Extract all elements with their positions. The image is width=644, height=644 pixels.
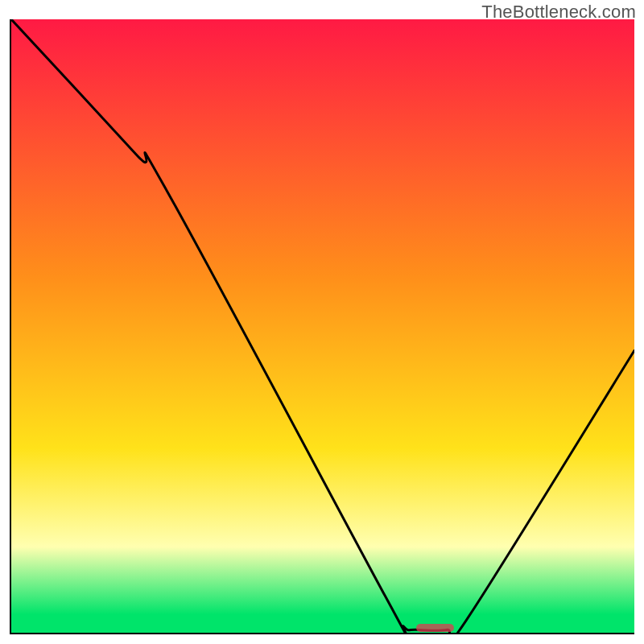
chart-stage: TheBottleneck.com <box>0 0 644 644</box>
bottleneck-curve <box>11 19 634 633</box>
watermark-text: TheBottleneck.com <box>481 2 636 23</box>
plot-axes <box>10 19 634 634</box>
plot-area <box>11 19 634 633</box>
optimal-range-marker <box>416 624 453 632</box>
curve-path <box>11 19 634 633</box>
